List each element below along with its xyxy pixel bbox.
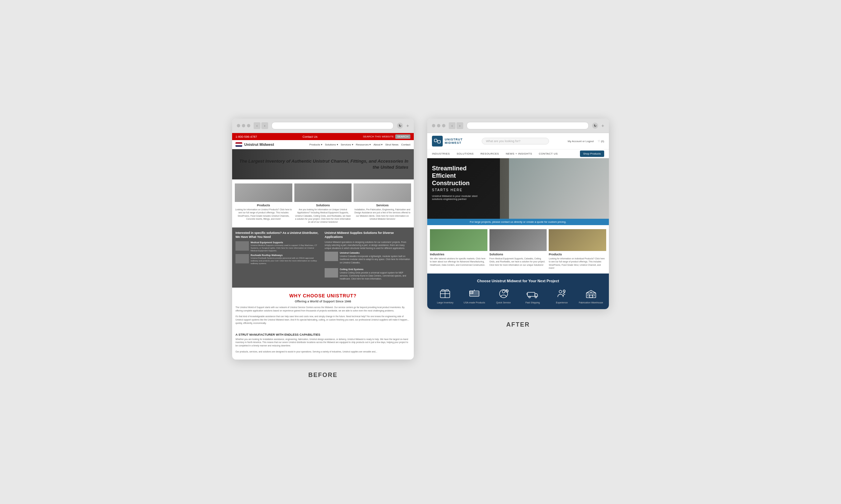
after-browser: ‹ › ↻ + bbox=[427, 119, 609, 309]
inventory-icon bbox=[439, 288, 451, 300]
before-solutions-section: Interested in specific solutions? As a U… bbox=[232, 228, 414, 288]
search-button-before[interactable]: SEARCH bbox=[395, 134, 410, 139]
after-close-dot bbox=[432, 124, 435, 127]
before-solutions-right: Unistrut Midwest Supplies Solutions for … bbox=[325, 231, 410, 284]
account-link[interactable]: My Account or Logout bbox=[568, 140, 594, 143]
after-logo: UNISTRUTMIDWEST bbox=[432, 136, 463, 146]
nav-arrows[interactable]: ‹ › bbox=[254, 122, 268, 129]
forward-arrow[interactable]: › bbox=[261, 122, 268, 129]
service-icon bbox=[498, 288, 510, 300]
before-medical-title: Medical Equipment Supports bbox=[251, 241, 321, 244]
before-products-title: Products bbox=[235, 204, 292, 207]
fabrication-svg bbox=[585, 288, 597, 300]
after-card-products: Products Looking for information on Indi… bbox=[549, 229, 606, 269]
svg-point-15 bbox=[502, 290, 505, 293]
before-solutions-image bbox=[294, 183, 352, 202]
after-nav-arrows[interactable]: ‹ › bbox=[449, 122, 463, 129]
nav-services[interactable]: Services ▾ bbox=[341, 143, 353, 146]
nav-products[interactable]: Products ▾ bbox=[309, 143, 322, 146]
before-why-section: WHY CHOOSE UNISTRUT? Offering a World of… bbox=[232, 288, 414, 333]
before-ceiling-title: Ceiling Grid Systems bbox=[340, 268, 410, 270]
after-forward-arrow[interactable]: › bbox=[457, 122, 463, 129]
address-bar[interactable] bbox=[272, 122, 394, 129]
nav-resources-after[interactable]: RESOURCES bbox=[480, 149, 499, 158]
after-address-bar[interactable] bbox=[467, 122, 589, 129]
inventory-label: Large Inventory bbox=[431, 301, 460, 304]
after-solutions-title: Solutions bbox=[490, 253, 547, 256]
service-label: Quick Service bbox=[489, 301, 518, 304]
before-roofwalk-desc: Unistrut Roofwalk Systems provide person… bbox=[251, 257, 321, 265]
svg-rect-25 bbox=[590, 295, 593, 298]
before-hero-text: The Largest Inventory of Authentic Unist… bbox=[238, 158, 408, 170]
after-products-text: Looking for information on Individual Pr… bbox=[549, 257, 606, 269]
hero-description: Unistrut Midwest is your modular steel s… bbox=[432, 195, 477, 201]
before-catwalks-text: Unistrut Catwalks Unistrut Catwalks inco… bbox=[340, 252, 410, 266]
before-solutions-title: Solutions bbox=[294, 204, 352, 207]
nav-strut-news[interactable]: Strut News bbox=[385, 143, 398, 146]
usa-label: USA-made Products bbox=[460, 301, 489, 304]
svg-point-23 bbox=[563, 290, 565, 292]
after-hero-text: Streamlined Efficient Construction START… bbox=[432, 165, 477, 201]
nav-solutions-after[interactable]: SOLUTIONS bbox=[457, 149, 474, 158]
nav-contact-after[interactable]: CONTACT US bbox=[539, 149, 558, 158]
close-dot bbox=[237, 124, 240, 127]
before-roofwalk-img bbox=[236, 254, 249, 264]
window-controls bbox=[237, 124, 250, 127]
after-card-solutions: Solutions From Medical Equipment Support… bbox=[490, 229, 547, 269]
fabrication-icon bbox=[585, 288, 597, 300]
icon-experience: Experience bbox=[547, 288, 577, 304]
back-arrow[interactable]: ‹ bbox=[254, 122, 260, 129]
after-products-image bbox=[549, 229, 606, 251]
before-nav-links: Products ▾ Solutions ▾ Services ▾ Resour… bbox=[309, 143, 410, 146]
before-hero-title: The Largest Inventory of Authentic Unist… bbox=[238, 158, 408, 170]
before-ceiling-desc: Unistrut Ceiling Grids provide a univers… bbox=[340, 271, 410, 280]
before-services-image bbox=[354, 183, 411, 202]
svg-point-19 bbox=[535, 296, 537, 298]
shipping-icon bbox=[527, 288, 538, 300]
before-card-services: Services Installation, Pre-Fabrication, … bbox=[354, 183, 411, 223]
before-medical-text: Medical Equipment Supports Unistrut Medi… bbox=[251, 241, 321, 252]
reload-button[interactable]: ↻ bbox=[397, 123, 403, 129]
before-why-title: WHY CHOOSE UNISTRUT? bbox=[236, 293, 410, 299]
new-tab-button[interactable]: + bbox=[406, 123, 409, 128]
topbar-contact[interactable]: Contact Us bbox=[303, 135, 317, 139]
usa-svg bbox=[468, 288, 480, 300]
before-roofwalk-text: Roofwalk Rooftop Walkways Unistrut Roofw… bbox=[251, 254, 321, 265]
after-brand-name: UNISTRUTMIDWEST bbox=[445, 138, 463, 145]
before-medical-desc: Unistrut Medical Supports commonly used … bbox=[251, 244, 321, 252]
after-label: AFTER bbox=[500, 314, 536, 335]
nav-resources[interactable]: Resources ▾ bbox=[356, 143, 371, 146]
after-industries-image bbox=[430, 229, 487, 251]
before-why-subtitle: Offering a World of Support Since 1946 bbox=[236, 300, 410, 303]
nav-news[interactable]: NEWS + INSIGHTS bbox=[505, 149, 532, 158]
before-medical-img bbox=[236, 241, 249, 251]
before-catwalks-desc: Unistrut Catwalks incorporate a lightwei… bbox=[340, 255, 410, 264]
topbar-phone: 1-800-596-4787 bbox=[236, 135, 257, 139]
after-back-arrow[interactable]: ‹ bbox=[449, 122, 456, 129]
search-input-before[interactable]: SEARCH THIS WEBSITE bbox=[363, 135, 394, 138]
before-why-text2: It's that kind of knowledgeable assistan… bbox=[236, 315, 410, 325]
after-browser-chrome: ‹ › ↻ + bbox=[427, 119, 609, 133]
before-solutions-right-title: Unistrut Midwest Supplies Solutions for … bbox=[325, 231, 410, 239]
before-services-title: Services bbox=[354, 204, 411, 207]
before-ceiling-text: Ceiling Grid Systems Unistrut Ceiling Gr… bbox=[340, 268, 410, 282]
icon-fast-shipping: Fast Shipping bbox=[518, 288, 547, 304]
after-industries-title: Industries bbox=[430, 253, 487, 256]
after-new-tab-button[interactable]: + bbox=[601, 123, 604, 128]
before-cards-section: Products Looking for information on Unis… bbox=[232, 179, 414, 227]
svg-rect-7 bbox=[446, 290, 448, 291]
svg-rect-0 bbox=[434, 139, 437, 142]
nav-solutions[interactable]: Solutions ▾ bbox=[325, 143, 338, 146]
after-search-input[interactable]: What are you looking for? bbox=[482, 138, 549, 144]
cart-icon[interactable]: ♡ (0) bbox=[598, 140, 604, 143]
after-reload-button[interactable]: ↻ bbox=[592, 123, 598, 129]
before-browser: ‹ › ↻ + 1-800-596-4787 Contact Us SEARCH… bbox=[232, 119, 414, 359]
before-solutions-left-title: Interested in specific solutions? As a U… bbox=[236, 231, 321, 239]
shop-products-button[interactable]: Shop Products bbox=[580, 150, 604, 157]
svg-rect-26 bbox=[588, 294, 589, 296]
before-solution-ceiling: Ceiling Grid Systems Unistrut Ceiling Gr… bbox=[325, 268, 410, 282]
nav-about[interactable]: About ▾ bbox=[373, 143, 382, 146]
nav-contact[interactable]: Contact bbox=[401, 143, 410, 146]
nav-industries[interactable]: INDUSTRIES bbox=[432, 149, 450, 158]
svg-point-28 bbox=[590, 292, 591, 293]
